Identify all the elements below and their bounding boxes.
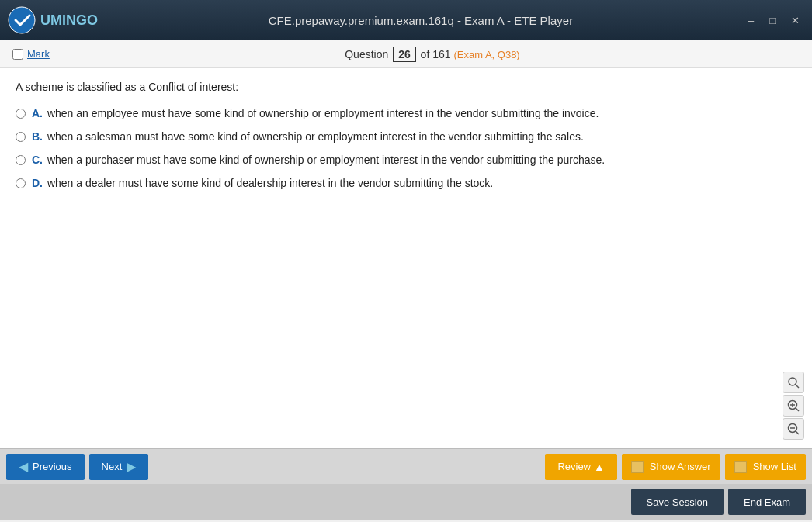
mark-area[interactable]: Mark bbox=[12, 48, 50, 60]
option-text-d: when a dealer must have some kind of dea… bbox=[44, 177, 493, 189]
option-item-a[interactable]: A. when an employee must have some kind … bbox=[16, 107, 796, 119]
question-number: 26 bbox=[393, 47, 416, 62]
show-list-label: Show List bbox=[753, 461, 796, 472]
mark-label[interactable]: Mark bbox=[27, 48, 50, 60]
show-list-button[interactable]: Show List bbox=[725, 454, 806, 480]
end-exam-label: End Exam bbox=[744, 496, 790, 508]
zoom-controls bbox=[783, 372, 804, 440]
show-answer-checkbox-icon bbox=[631, 461, 644, 473]
svg-point-0 bbox=[9, 7, 35, 33]
show-answer-button[interactable]: Show Answer bbox=[622, 454, 720, 480]
review-label: Review bbox=[557, 461, 591, 472]
vumingo-logo bbox=[8, 6, 36, 34]
maximize-button[interactable]: □ bbox=[765, 13, 780, 28]
save-session-button[interactable]: Save Session bbox=[631, 489, 724, 515]
previous-arrow-icon: ◀ bbox=[19, 459, 28, 474]
save-session-label: Save Session bbox=[647, 496, 709, 508]
option-item-b[interactable]: B. when a salesman must have some kind o… bbox=[16, 130, 796, 143]
logo-text: UMINGO bbox=[40, 12, 98, 29]
previous-button[interactable]: ◀ Previous bbox=[6, 454, 85, 480]
radio-option-d[interactable] bbox=[16, 178, 26, 188]
logo-area: UMINGO bbox=[8, 6, 98, 34]
review-button[interactable]: Review ▲ bbox=[545, 454, 616, 480]
main-content: A scheme is classified as a Conflict of … bbox=[0, 68, 812, 448]
option-item-c[interactable]: C. when a purchaser must have some kind … bbox=[16, 154, 796, 166]
end-exam-button[interactable]: End Exam bbox=[728, 489, 806, 515]
window-controls: – □ ✕ bbox=[744, 13, 804, 28]
next-button[interactable]: Next ▶ bbox=[89, 454, 149, 480]
close-button[interactable]: ✕ bbox=[786, 13, 804, 28]
question-number-area: Question 26 of 161 (Exam A, Q38) bbox=[65, 47, 800, 62]
question-text: A scheme is classified as a Conflict of … bbox=[16, 81, 796, 93]
svg-line-2 bbox=[796, 385, 799, 388]
svg-line-9 bbox=[796, 431, 799, 434]
exam-info: (Exam A, Q38) bbox=[453, 49, 519, 60]
previous-label: Previous bbox=[33, 461, 72, 472]
option-item-d[interactable]: D. when a dealer must have some kind of … bbox=[16, 177, 796, 189]
question-label: Question bbox=[345, 48, 388, 60]
option-label-c: C. bbox=[32, 154, 43, 166]
option-text-c: when a purchaser must have some kind of … bbox=[44, 154, 605, 166]
radio-option-c[interactable] bbox=[16, 155, 26, 165]
search-button[interactable] bbox=[783, 372, 804, 393]
show-answer-label: Show Answer bbox=[650, 461, 711, 472]
bottom-toolbar: ◀ Previous Next ▶ Review ▲ Show Answer S… bbox=[0, 448, 812, 484]
radio-option-b[interactable] bbox=[16, 132, 26, 142]
show-list-checkbox-icon bbox=[734, 461, 747, 473]
option-text-a: when an employee must have some kind of … bbox=[44, 107, 599, 119]
radio-option-a[interactable] bbox=[16, 109, 26, 119]
option-label-b: B. bbox=[32, 130, 43, 143]
mark-checkbox[interactable] bbox=[12, 49, 23, 60]
review-dropdown-icon: ▲ bbox=[594, 461, 605, 473]
question-header: Mark Question 26 of 161 (Exam A, Q38) bbox=[0, 40, 812, 68]
next-label: Next bbox=[102, 461, 123, 472]
svg-line-6 bbox=[796, 408, 799, 411]
option-label-d: D. bbox=[32, 177, 43, 189]
next-arrow-icon: ▶ bbox=[127, 459, 136, 474]
option-label-a: A. bbox=[32, 107, 43, 119]
zoom-out-button[interactable] bbox=[783, 418, 804, 440]
question-of: of 161 bbox=[421, 48, 451, 60]
option-text-b: when a salesman must have some kind of o… bbox=[44, 130, 584, 143]
svg-point-1 bbox=[789, 378, 796, 385]
zoom-in-button[interactable] bbox=[783, 395, 804, 417]
titlebar: UMINGO CFE.prepaway.premium.exam.161q - … bbox=[0, 0, 812, 40]
options-list: A. when an employee must have some kind … bbox=[16, 107, 796, 189]
minimize-button[interactable]: – bbox=[744, 13, 758, 28]
bottom-bar2: Save Session End Exam bbox=[0, 484, 812, 520]
window-title: CFE.prepaway.premium.exam.161q - Exam A … bbox=[98, 14, 744, 27]
